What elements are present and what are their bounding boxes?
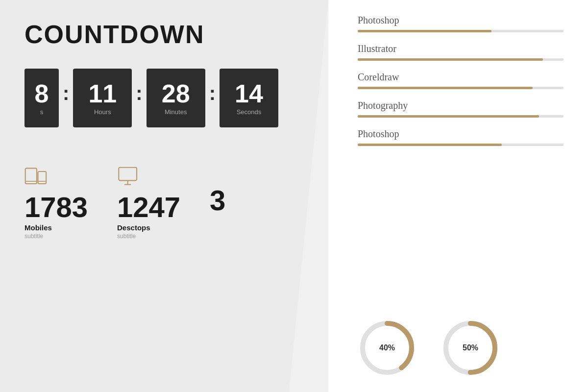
skill-name-1: Illustrator — [358, 43, 564, 54]
stats-section: 1783 Mobiles subtitle 1247 Desctops subt… — [24, 167, 304, 240]
svg-rect-2 — [38, 172, 47, 184]
skill-bar-track-2 — [358, 87, 564, 89]
desktops-label: Desctops — [117, 223, 150, 232]
third-number: 3 — [210, 186, 225, 215]
donut-wrapper-1: 50% — [441, 318, 500, 377]
right-panel: Photoshop Illustrator Coreldraw Photogra… — [328, 0, 588, 392]
hours-label: Hours — [94, 108, 111, 116]
skill-item-1: Illustrator — [358, 43, 564, 61]
countdown-title: COUNTDOWN — [24, 20, 304, 49]
seconds-label: Seconds — [237, 108, 262, 116]
seconds-block: 14 Seconds — [220, 69, 278, 127]
days-number: 8 — [35, 81, 49, 106]
skill-bar-track-0 — [358, 30, 564, 32]
skill-bar-track-3 — [358, 115, 564, 118]
skills-section: Photoshop Illustrator Coreldraw Photogra… — [358, 15, 564, 309]
mobiles-number: 1783 — [24, 193, 88, 221]
minutes-label: Minutes — [165, 108, 187, 116]
left-panel: COUNTDOWN 8 s : 11 Hours : 28 Minutes : … — [0, 0, 328, 392]
skill-name-0: Photoshop — [358, 15, 564, 26]
donut-wrapper-0: 40% — [358, 318, 416, 377]
countdown-blocks: 8 s : 11 Hours : 28 Minutes : 14 Seconds — [24, 69, 304, 127]
desktops-subtitle: subtitle — [117, 233, 136, 240]
hours-block: 11 Hours — [73, 69, 132, 127]
skill-item-3: Photography — [358, 100, 564, 118]
skill-item-0: Photoshop — [358, 15, 564, 32]
skill-item-4: Photoshop — [358, 128, 564, 146]
seconds-number: 14 — [235, 81, 263, 106]
skill-bar-fill-4 — [358, 144, 502, 146]
skill-name-3: Photography — [358, 100, 564, 111]
skill-name-4: Photoshop — [358, 128, 564, 140]
svg-rect-4 — [119, 168, 137, 181]
donut-label-1: 50% — [463, 343, 478, 352]
skill-bar-track-4 — [358, 144, 564, 146]
mobiles-label: Mobiles — [24, 223, 52, 232]
colon-1: : — [63, 82, 69, 114]
minutes-block: 28 Minutes — [147, 69, 205, 127]
skill-name-2: Coreldraw — [358, 72, 564, 83]
donut-label-0: 40% — [379, 343, 395, 352]
stat-third: 3 — [210, 167, 225, 215]
skill-item-2: Coreldraw — [358, 72, 564, 89]
colon-3: : — [209, 82, 216, 114]
skill-bar-fill-1 — [358, 58, 543, 61]
minutes-number: 28 — [162, 81, 190, 106]
hours-number: 11 — [88, 81, 117, 106]
mobiles-subtitle: subtitle — [24, 233, 43, 240]
colon-2: : — [136, 82, 142, 114]
skill-bar-fill-0 — [358, 30, 491, 32]
stat-desktops: 1247 Desctops subtitle — [117, 167, 180, 240]
desktops-number: 1247 — [117, 193, 180, 221]
skill-bar-track-1 — [358, 58, 564, 61]
skill-bar-fill-2 — [358, 87, 533, 89]
skill-bar-fill-3 — [358, 115, 539, 118]
desktop-icon — [117, 167, 142, 188]
days-label: s — [40, 108, 44, 116]
mobile-icon — [24, 167, 49, 188]
donut-section: 40% 50% — [358, 309, 564, 377]
stat-mobiles: 1783 Mobiles subtitle — [24, 167, 88, 240]
days-block: 8 s — [24, 69, 59, 127]
